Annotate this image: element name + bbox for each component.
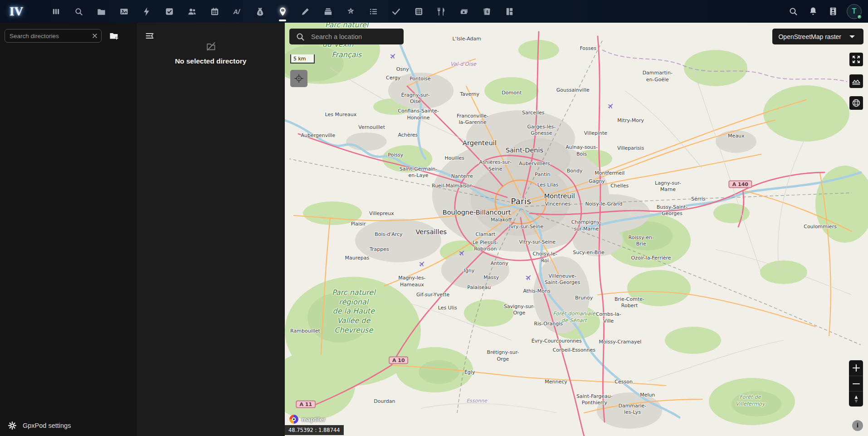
analytics-icon: A/ [232, 6, 243, 17]
map-label: Mitry-Mory [617, 118, 644, 124]
cookbook-icon [436, 6, 447, 17]
chevron-down-icon [847, 31, 858, 42]
topbar-app-gpxpod[interactable] [271, 0, 294, 23]
topbar-app-money[interactable] [453, 0, 475, 23]
map-label: L'Isle-Adam [452, 36, 481, 42]
map-scale-bar: 5 km [290, 54, 315, 64]
airport-plane-icon [388, 51, 399, 61]
zoom-control [849, 360, 863, 407]
map-label: Égly [464, 369, 475, 376]
map-label: Dammartin- en-Goële [643, 70, 673, 83]
topbar-app-analytics[interactable]: A/ [226, 0, 249, 23]
topbar-app-dashboard[interactable] [44, 0, 67, 23]
map[interactable]: Parc natureldu VexinFrançaisL'Isle-AdamF… [285, 23, 868, 436]
airport-plane-icon [417, 259, 428, 269]
topbar-app-rooms[interactable] [498, 0, 521, 23]
map-label: Montfermeil [595, 170, 624, 176]
nextcloud-logo[interactable]: IV [0, 5, 33, 19]
topbar-app-notes[interactable] [294, 0, 317, 23]
maptiler-logo-icon [288, 414, 299, 425]
map-label: Chelles [610, 183, 629, 189]
map-label: Poissy [388, 152, 403, 158]
deck-icon [323, 6, 333, 17]
topbar-app-tables[interactable] [407, 0, 430, 23]
map-label: Igny [464, 267, 475, 274]
fullscreen-icon [851, 54, 862, 65]
map-search-box[interactable] [289, 29, 404, 44]
zoom-out-button[interactable] [849, 376, 863, 391]
map-label: Vincennes [545, 201, 571, 207]
topbar-app-tasks[interactable] [158, 0, 180, 23]
map-label: Val-d'Oise [450, 61, 476, 68]
airport-plane-icon [457, 247, 468, 258]
search-directories-input[interactable] [5, 29, 102, 43]
geolocate-icon [293, 73, 304, 84]
attribution-info-button[interactable]: i [852, 420, 863, 431]
unified-search-button[interactable] [783, 1, 803, 21]
app-navigation: GpxPod settings [0, 23, 136, 436]
map-label: Melun [640, 392, 655, 398]
map-label: Osny [396, 66, 409, 73]
search-icon [73, 6, 84, 17]
maptiler-label: maptiler [302, 416, 326, 423]
map-label: Aubervilliers [519, 160, 550, 167]
terrain-button[interactable] [849, 74, 863, 88]
map-label: Dammarie- les-Lys [619, 402, 647, 416]
search-icon [295, 31, 306, 42]
topbar-app-list[interactable] [362, 0, 385, 23]
calendar-icon [210, 6, 220, 17]
geolocate-button[interactable] [290, 70, 307, 87]
topbar-app-calendar[interactable] [203, 0, 226, 23]
add-directory-button[interactable] [107, 29, 121, 43]
map-label: Les Lilas [537, 182, 559, 188]
tables-icon [414, 6, 424, 17]
favorites-icon: C [346, 6, 356, 17]
map-search-input[interactable] [310, 33, 398, 41]
map-label: Versailles [415, 228, 447, 236]
map-label: Gagny [589, 178, 605, 185]
map-label: Villeneuve- Saint-Georges [545, 273, 580, 286]
topbar-app-photos[interactable] [112, 0, 135, 23]
map-label: Sarcelles [522, 109, 544, 116]
topbar-app-cookbook[interactable] [430, 0, 453, 23]
map-label: Noisy-le-Grand [585, 201, 622, 207]
topbar-app-payback[interactable]: $ [475, 0, 498, 23]
topbar-app-activity[interactable] [135, 0, 158, 23]
map-label: Athis-Mons [523, 288, 550, 294]
topbar-app-favorites[interactable]: C [339, 0, 362, 23]
gpxpod-settings-button[interactable]: GpxPod settings [0, 415, 136, 436]
topbar-app-moneybag[interactable]: $ [249, 0, 271, 23]
map-label: Fosses [580, 45, 596, 52]
topbar-app-deck[interactable] [317, 0, 339, 23]
map-label: Pantin [535, 171, 550, 178]
road-shield: A 140 [729, 181, 752, 188]
road-shield: A 10 [389, 357, 409, 364]
avatar[interactable]: T ✓ [847, 4, 862, 19]
map-label: Les Mureaux [325, 112, 357, 118]
minus-icon [851, 378, 862, 389]
layer-selector[interactable]: OpenStreetMap raster [772, 29, 863, 44]
map-label: Saint-Germain- en-Laye [400, 166, 438, 179]
map-label: Lagny-sur- Marne [655, 180, 681, 193]
map-label: Vernouillet [358, 124, 385, 131]
compass-button[interactable] [849, 391, 863, 407]
empty-state: No selected directory [137, 41, 285, 65]
topbar-app-files[interactable] [90, 0, 112, 23]
fullscreen-button[interactable] [849, 53, 863, 66]
map-label: Bois-d'Arcy [375, 231, 402, 238]
map-label: Brunoy [575, 295, 593, 301]
road-shield: A 11 [296, 400, 316, 408]
topbar-app-check[interactable] [385, 0, 407, 23]
map-label: Plaisir [351, 221, 366, 227]
map-label: Meaux [728, 132, 744, 139]
topbar-app-search[interactable] [67, 0, 90, 23]
maptiler-attribution[interactable]: maptiler [288, 414, 326, 425]
globe-button[interactable] [849, 96, 863, 110]
clear-search-icon[interactable] [91, 32, 98, 39]
map-label: Évry-Courcouronnes [532, 338, 582, 344]
notifications-button[interactable] [803, 1, 823, 21]
contacts-menu-button[interactable] [823, 1, 843, 21]
layer-selector-value: OpenStreetMap raster [778, 33, 841, 40]
topbar-app-contacts[interactable] [180, 0, 203, 23]
zoom-in-button[interactable] [849, 360, 863, 376]
